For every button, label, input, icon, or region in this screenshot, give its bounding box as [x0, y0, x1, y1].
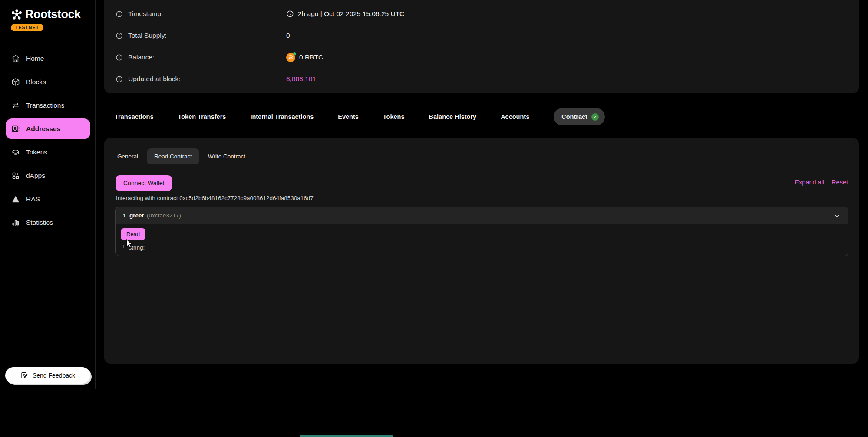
sidebar-item-label: Tokens: [26, 148, 47, 156]
mouse-cursor: [125, 239, 134, 249]
main-content: Timestamp: 2h ago | Oct 02 2025 15:06:25…: [96, 0, 868, 389]
method-name: 1. greet: [123, 212, 144, 219]
send-feedback-label: Send Feedback: [33, 372, 75, 379]
horizontal-scrollbar-track: [0, 436, 868, 436]
home-icon: [11, 54, 20, 63]
summary-row-updated-block: Updated at block: 6,886,101: [104, 68, 859, 90]
sidebar-item-tokens[interactable]: Tokens: [0, 141, 96, 164]
total-supply-value: 0: [286, 32, 290, 39]
bar-chart-icon: [11, 218, 20, 227]
app-root: Rootstock TESTNET Home Blocks: [0, 0, 868, 437]
contract-subtabs: General Read Contract Write Contract: [116, 148, 246, 164]
sidebar-item-label: dApps: [26, 172, 45, 180]
sidebar-item-addresses[interactable]: Addresses: [6, 118, 90, 139]
sidebar-item-label: Blocks: [26, 78, 46, 86]
subtab-general[interactable]: General: [116, 153, 139, 160]
rbtc-coin-icon: ₿: [286, 53, 295, 62]
reset-link[interactable]: Reset: [832, 179, 848, 186]
tab-accounts[interactable]: Accounts: [501, 113, 529, 120]
tab-internal-transactions[interactable]: Internal Transactions: [250, 113, 314, 120]
contract-method-card: 1. greet (0xcfae3217) Read └ string:: [115, 207, 848, 256]
sidebar-item-statistics[interactable]: Statistics: [0, 211, 96, 234]
logo[interactable]: Rootstock TESTNET: [11, 8, 81, 31]
swap-arrows-icon: [11, 101, 20, 110]
coin-icon: [11, 148, 20, 157]
horizontal-scrollbar-thumb[interactable]: [300, 435, 393, 437]
info-icon: [116, 32, 123, 39]
sidebar-item-dapps[interactable]: dApps: [0, 164, 96, 187]
summary-label-text: Total Supply:: [128, 32, 167, 39]
dapps-grid-icon: [11, 171, 20, 181]
contract-actions-row: Connect Wallet Expand all Reset: [116, 175, 848, 191]
address-card-icon: [11, 125, 20, 134]
interacting-contract-text: Interacting with contract 0xc5d2b6b48162…: [116, 195, 314, 201]
contract-panel: General Read Contract Write Contract Con…: [104, 138, 859, 364]
summary-row-total-supply: Total Supply: 0: [104, 25, 859, 46]
tab-transactions[interactable]: Transactions: [115, 113, 153, 120]
method-signature: (0xcfae3217): [147, 212, 181, 219]
sidebar-item-label: RAS: [26, 195, 40, 203]
address-tabs: Transactions Token Transfers Internal Tr…: [115, 108, 605, 125]
subtab-write-contract[interactable]: Write Contract: [207, 153, 246, 160]
cube-icon: [11, 78, 20, 87]
sidebar: Rootstock TESTNET Home Blocks: [0, 0, 96, 389]
summary-label-text: Balance:: [128, 53, 154, 61]
tab-tokens[interactable]: Tokens: [383, 113, 405, 120]
connect-wallet-button[interactable]: Connect Wallet: [116, 175, 172, 191]
read-button[interactable]: Read: [121, 228, 145, 240]
clock-icon: [286, 10, 294, 18]
info-icon: [116, 10, 123, 18]
feedback-note-icon: [20, 371, 28, 379]
sidebar-item-transactions[interactable]: Transactions: [0, 94, 96, 117]
footer: Built by RootstockLabs Copyright © 2025 …: [0, 389, 868, 437]
sidebar-item-label: Addresses: [26, 125, 60, 133]
send-feedback-button[interactable]: Send Feedback: [5, 367, 90, 384]
summary-row-balance: Balance: ₿ 0 RBTC: [104, 46, 859, 68]
sidebar-item-label: Statistics: [26, 219, 53, 227]
tab-contract[interactable]: Contract: [554, 108, 605, 125]
method-body: Read └ string:: [116, 224, 848, 256]
address-summary-card: Timestamp: 2h ago | Oct 02 2025 15:06:25…: [104, 0, 859, 93]
sidebar-item-label: Home: [26, 55, 44, 62]
triangle-icon: [11, 195, 20, 204]
info-icon: [116, 76, 123, 83]
tab-balance-history[interactable]: Balance History: [429, 113, 477, 120]
sidebar-nav: Home Blocks Transactions Addresses: [0, 47, 96, 234]
tab-contract-label: Contract: [561, 113, 587, 120]
sidebar-item-ras[interactable]: RAS: [0, 187, 96, 211]
sidebar-item-blocks[interactable]: Blocks: [0, 70, 96, 94]
expand-all-link[interactable]: Expand all: [795, 179, 824, 186]
summary-row-timestamp: Timestamp: 2h ago | Oct 02 2025 15:06:25…: [104, 3, 859, 25]
summary-label-text: Updated at block:: [128, 75, 181, 83]
info-icon: [116, 54, 123, 61]
chevron-down-icon[interactable]: [834, 212, 841, 219]
verified-check-icon: [591, 113, 599, 121]
sidebar-item-home[interactable]: Home: [0, 47, 96, 70]
summary-label-text: Timestamp:: [128, 10, 163, 18]
sidebar-item-label: Transactions: [26, 102, 64, 109]
updated-block-link[interactable]: 6,886,101: [286, 75, 316, 83]
method-header[interactable]: 1. greet (0xcfae3217): [116, 207, 848, 224]
tab-events[interactable]: Events: [338, 113, 359, 120]
logo-text: Rootstock: [25, 8, 81, 21]
balance-value: 0 RBTC: [299, 53, 323, 61]
timestamp-value: 2h ago | Oct 02 2025 15:06:25 UTC: [298, 10, 404, 18]
rootstock-logo-icon: [11, 9, 23, 20]
tab-token-transfers[interactable]: Token Transfers: [178, 113, 226, 120]
subtab-read-contract[interactable]: Read Contract: [147, 148, 199, 164]
testnet-badge: TESTNET: [11, 24, 43, 31]
